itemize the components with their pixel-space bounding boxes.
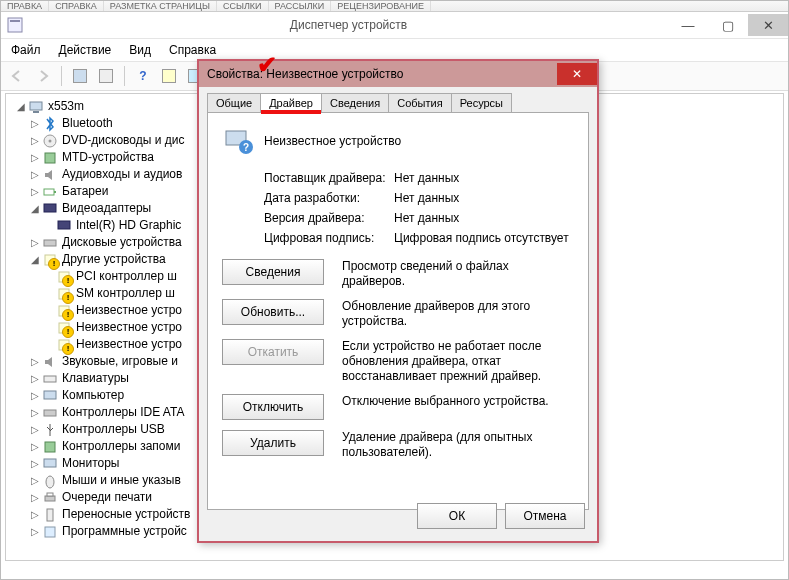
svg-rect-13: [59, 272, 69, 282]
storage-controller-icon: [42, 439, 58, 455]
device-large-icon: ?: [222, 125, 254, 157]
svg-rect-22: [44, 459, 56, 467]
tab-resources[interactable]: Ресурсы: [451, 93, 512, 112]
update-driver-desc: Обновление драйверов для этого устройств…: [342, 299, 552, 329]
minimize-button[interactable]: —: [668, 14, 708, 36]
label-date: Дата разработки:: [264, 191, 394, 205]
keyboard-icon: [42, 371, 58, 387]
value-date: Нет данных: [394, 191, 574, 205]
svg-rect-24: [45, 496, 55, 501]
printer-icon: [42, 490, 58, 506]
dialog-tab-body: ? Неизвестное устройство Поставщик драйв…: [207, 112, 589, 510]
dialog-title: Свойства: Неизвестное устройство: [207, 67, 557, 81]
software-device-icon: [42, 524, 58, 540]
dialog-tabstrip: Общие Драйвер Сведения События Ресурсы: [199, 87, 597, 112]
toolbar-view2-button[interactable]: [94, 64, 118, 88]
display-adapter-icon: [42, 201, 58, 217]
svg-rect-1: [10, 20, 20, 22]
dialog-close-button[interactable]: ✕: [557, 63, 597, 85]
svg-rect-14: [59, 289, 69, 299]
menu-view[interactable]: Вид: [129, 43, 151, 57]
menu-action[interactable]: Действие: [59, 43, 112, 57]
menu-file[interactable]: Файл: [11, 43, 41, 57]
annotation-red-underline: [261, 110, 321, 114]
tab-events[interactable]: События: [388, 93, 451, 112]
menu-help[interactable]: Справка: [169, 43, 216, 57]
uninstall-driver-button[interactable]: Удалить: [222, 430, 324, 456]
unknown-device-icon: [56, 337, 72, 353]
portable-device-icon: [42, 507, 58, 523]
svg-rect-7: [44, 189, 54, 195]
tab-driver[interactable]: Драйвер: [260, 93, 322, 112]
ok-button[interactable]: ОК: [417, 503, 497, 529]
svg-rect-20: [44, 410, 56, 416]
device-name: Неизвестное устройство: [264, 134, 401, 148]
nav-back-button[interactable]: [5, 64, 29, 88]
maximize-button[interactable]: ▢: [708, 14, 748, 36]
tab-details[interactable]: Сведения: [321, 93, 389, 112]
toolbar-help-button[interactable]: ?: [131, 64, 155, 88]
svg-rect-18: [44, 376, 56, 382]
speaker-icon: [42, 354, 58, 370]
unknown-device-icon: [56, 303, 72, 319]
nav-forward-button[interactable]: [31, 64, 55, 88]
computer-icon: [28, 99, 44, 115]
svg-rect-3: [33, 111, 39, 113]
ide-controller-icon: [42, 405, 58, 421]
uninstall-driver-desc: Удаление драйвера (для опытных пользоват…: [342, 430, 552, 460]
mouse-icon: [42, 473, 58, 489]
update-driver-button[interactable]: Обновить...: [222, 299, 324, 325]
computer-icon: [42, 388, 58, 404]
rollback-driver-desc: Если устройство не работает после обновл…: [342, 339, 552, 384]
cancel-button[interactable]: Отмена: [505, 503, 585, 529]
app-icon: [7, 17, 23, 33]
tab-general[interactable]: Общие: [207, 93, 261, 112]
svg-rect-19: [44, 391, 56, 399]
rollback-driver-button[interactable]: Откатить: [222, 339, 324, 365]
driver-info-grid: Поставщик драйвера:Нет данных Дата разра…: [264, 171, 574, 245]
label-version: Версия драйвера:: [264, 211, 394, 225]
dialog-titlebar[interactable]: Свойства: Неизвестное устройство ✕: [199, 61, 597, 87]
svg-rect-26: [47, 509, 53, 521]
svg-rect-10: [58, 221, 70, 229]
label-provider: Поставщик драйвера:: [264, 171, 394, 185]
disc-icon: [42, 133, 58, 149]
svg-rect-25: [47, 493, 53, 496]
svg-rect-16: [59, 323, 69, 333]
svg-rect-2: [30, 102, 42, 110]
usb-icon: [42, 422, 58, 438]
toolbar-view-button[interactable]: [68, 64, 92, 88]
bluetooth-icon: [42, 116, 58, 132]
svg-rect-9: [44, 204, 56, 212]
svg-rect-27: [45, 527, 55, 537]
unknown-device-icon: [56, 269, 72, 285]
svg-text:?: ?: [243, 142, 249, 153]
close-button[interactable]: ✕: [748, 14, 788, 36]
dialog-footer: ОК Отмена: [417, 503, 585, 529]
driver-details-button[interactable]: Сведения: [222, 259, 324, 285]
toolbar-scan-button[interactable]: [157, 64, 181, 88]
disable-device-button[interactable]: Отключить: [222, 394, 324, 420]
svg-point-23: [46, 476, 54, 488]
svg-rect-8: [54, 191, 56, 193]
svg-point-5: [49, 139, 52, 142]
value-version: Нет данных: [394, 211, 574, 225]
svg-rect-17: [59, 340, 69, 350]
monitor-icon: [42, 456, 58, 472]
window-titlebar: Диспетчер устройств — ▢ ✕: [1, 12, 788, 39]
value-signer: Цифровая подпись отсутствует: [394, 231, 574, 245]
other-devices-icon: [42, 252, 58, 268]
speaker-icon: [42, 167, 58, 183]
unknown-device-icon: [56, 286, 72, 302]
disable-device-desc: Отключение выбранного устройства.: [342, 394, 549, 409]
display-adapter-icon: [56, 218, 72, 234]
unknown-device-icon: [56, 320, 72, 336]
battery-icon: [42, 184, 58, 200]
properties-dialog: Свойства: Неизвестное устройство ✕ Общие…: [197, 59, 599, 543]
label-signer: Цифровая подпись:: [264, 231, 394, 245]
window-title: Диспетчер устройств: [29, 18, 668, 32]
svg-rect-12: [45, 255, 55, 265]
parent-ribbon: ПРАВКАСПРАВКАРАЗМЕТКА СТРАНИЦЫССЫЛКИРАСС…: [1, 1, 788, 12]
svg-rect-11: [44, 240, 56, 246]
svg-rect-15: [59, 306, 69, 316]
